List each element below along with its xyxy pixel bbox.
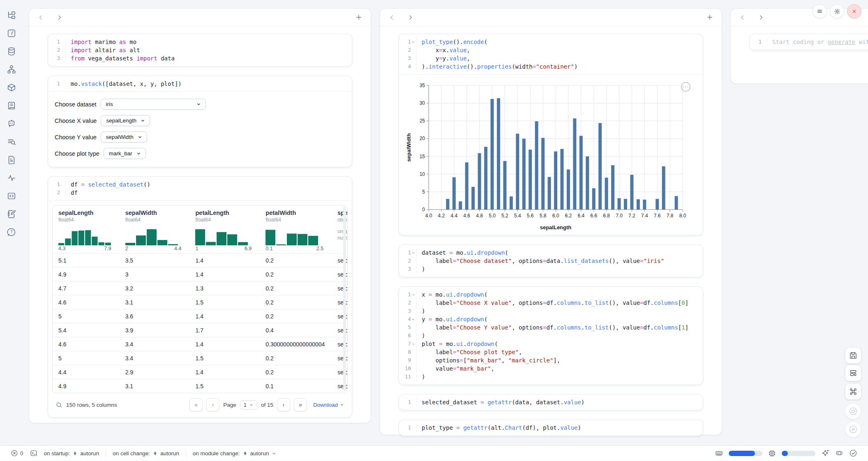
bar-6.8[interactable] — [605, 177, 608, 210]
code-editor[interactable]: 1234567891011x = mo.ui.dropdown( label="… — [399, 287, 703, 385]
chevron-left-icon[interactable] — [37, 14, 44, 21]
bar-6[interactable] — [554, 151, 557, 210]
table-row[interactable]: 4.63.11.50.2setosa — [53, 295, 348, 309]
table-row[interactable]: 4.931.40.2setosa — [53, 267, 348, 281]
choose-x-value-select[interactable]: sepalLength — [101, 115, 150, 126]
page-select[interactable]: 1 — [240, 400, 257, 410]
bar-5.1[interactable] — [497, 98, 500, 210]
bar-4.4[interactable] — [452, 177, 456, 210]
connection-status-icon[interactable] — [849, 449, 857, 457]
chevron-right-icon[interactable] — [407, 14, 414, 21]
code-editor[interactable]: 123dataset = mo.ui.dropdown( label="Choo… — [399, 245, 703, 277]
save-button[interactable] — [845, 347, 861, 364]
bar-4.6[interactable] — [465, 162, 469, 210]
code-editor[interactable]: 12df = selected_dataset()df — [48, 177, 352, 201]
sidebar-activity-button[interactable] — [5, 172, 18, 184]
sidebar-help-button[interactable]: ? — [5, 226, 18, 238]
bar-6.1[interactable] — [560, 149, 563, 210]
fold-toggle-icon[interactable] — [411, 318, 415, 321]
bar-4.7[interactable] — [471, 187, 475, 210]
table-row[interactable]: 4.42.91.40.2setosa — [53, 365, 348, 379]
download-button[interactable]: Download — [313, 402, 344, 408]
fold-toggle-icon[interactable] — [411, 342, 415, 346]
error-count-badge[interactable]: 0 — [11, 449, 23, 457]
close-button[interactable] — [847, 4, 861, 18]
bar-4.9[interactable] — [484, 147, 487, 210]
sidebar-dependency-graph-button[interactable] — [5, 63, 18, 76]
bar-7.3[interactable] — [637, 199, 640, 210]
choose-dataset-select[interactable]: iris — [101, 99, 206, 110]
next-page-button[interactable]: › — [277, 398, 290, 411]
code-editor[interactable]: 1mo.vstack([dataset, x, y, plot]) — [48, 76, 352, 92]
bar-6.5[interactable] — [586, 157, 589, 210]
bar-4.5[interactable] — [459, 201, 462, 210]
code-editor[interactable]: 1plot_type = getattr(alt.Chart(df), plot… — [399, 420, 703, 436]
bar-6.6[interactable] — [592, 188, 596, 210]
add-cell-button[interactable] — [706, 14, 713, 21]
bar-7[interactable] — [618, 198, 621, 210]
search-icon[interactable] — [55, 401, 62, 408]
bar-6.2[interactable] — [567, 169, 570, 210]
code-editor[interactable]: 1selected_dataset = getattr(data, datase… — [399, 394, 703, 410]
sidebar-document-button[interactable] — [5, 154, 18, 166]
table-row[interactable]: 53.41.50.2setosa — [53, 351, 348, 365]
column-header-sepalWidth[interactable]: sepalWidthfloat6424.4 — [120, 205, 190, 253]
bar-7.1[interactable] — [624, 199, 627, 210]
altair-bar-chart[interactable]: 4.04.24.44.64.85.05.25.45.65.86.06.26.46… — [405, 80, 693, 233]
sidebar-database-button[interactable] — [5, 45, 18, 58]
bar-7.7[interactable] — [662, 166, 665, 210]
bar-7.6[interactable] — [656, 199, 659, 210]
sidebar-functions-button[interactable]: f — [5, 27, 18, 39]
chevron-left-icon[interactable] — [388, 14, 395, 21]
bar-5.9[interactable] — [548, 177, 551, 210]
bar-5.8[interactable] — [541, 138, 545, 210]
bar-7.9[interactable] — [675, 196, 678, 210]
bar-6.3[interactable] — [573, 118, 576, 210]
terminal-button[interactable] — [30, 449, 37, 457]
bar-7.4[interactable] — [643, 200, 646, 210]
bar-4.8[interactable] — [478, 153, 481, 210]
bar-6.7[interactable] — [598, 123, 602, 210]
bar-5.2[interactable] — [503, 161, 506, 210]
bar-5.7[interactable] — [535, 121, 538, 210]
menu-button[interactable] — [813, 4, 827, 18]
layout-button[interactable] — [845, 365, 861, 381]
fold-toggle-icon[interactable] — [411, 40, 415, 44]
sidebar-chat-button[interactable] — [5, 118, 18, 130]
add-cell-button[interactable] — [355, 14, 362, 21]
chevron-right-icon[interactable] — [757, 14, 764, 21]
on-module-change-setting[interactable]: on module change: autorun — [193, 450, 277, 456]
column-header-sepalLength[interactable]: sepalLengthfloat644.37.9 — [53, 205, 120, 253]
run-button[interactable] — [845, 421, 861, 438]
sidebar-file-tree-button[interactable] — [5, 9, 18, 21]
sidebar-snippets-button[interactable] — [5, 190, 18, 202]
fold-toggle-icon[interactable] — [411, 251, 415, 255]
bar-5.3[interactable] — [510, 196, 513, 210]
copilot-icon[interactable] — [835, 449, 843, 457]
prev-page-button[interactable]: ‹ — [206, 398, 219, 411]
on-cell-change-setting[interactable]: on cell change: autorun — [113, 450, 179, 456]
sidebar-package-button[interactable] — [5, 81, 18, 94]
table-scrollbar[interactable] — [343, 207, 346, 392]
code-editor[interactable]: 123import marimo as moimport altair as a… — [48, 34, 352, 66]
code-editor[interactable]: 1Start coding or generate with AI — [750, 34, 868, 50]
table-row[interactable]: 4.73.21.30.2setosa — [53, 281, 348, 295]
table-row[interactable]: 5.43.91.70.4setosa — [53, 323, 348, 337]
bar-7.2[interactable] — [630, 175, 633, 210]
bar-5.4[interactable] — [516, 134, 519, 210]
choose-y-value-select[interactable]: sepalWidth — [101, 131, 147, 143]
bar-6.4[interactable] — [579, 136, 583, 210]
on-startup-setting[interactable]: on startup: autorun — [44, 450, 99, 456]
sidebar-script-button[interactable] — [5, 99, 18, 112]
table-row[interactable]: 53.61.40.2setosa — [53, 309, 348, 323]
sidebar-logs-button[interactable] — [5, 136, 18, 148]
keyboard-shortcuts-button[interactable] — [845, 383, 861, 400]
settings-button[interactable] — [830, 4, 844, 18]
bar-5[interactable] — [491, 99, 494, 210]
table-row[interactable]: 5.13.51.40.2setosa — [53, 253, 348, 267]
bar-4.3[interactable] — [446, 199, 449, 210]
choose-plot-type-select[interactable]: mark_bar — [104, 148, 146, 159]
chevron-right-icon[interactable] — [56, 14, 63, 21]
ai-sparkles-icon[interactable] — [821, 449, 829, 457]
column-header-petalWidth[interactable]: petalWidthfloat640.12.5 — [260, 205, 332, 253]
